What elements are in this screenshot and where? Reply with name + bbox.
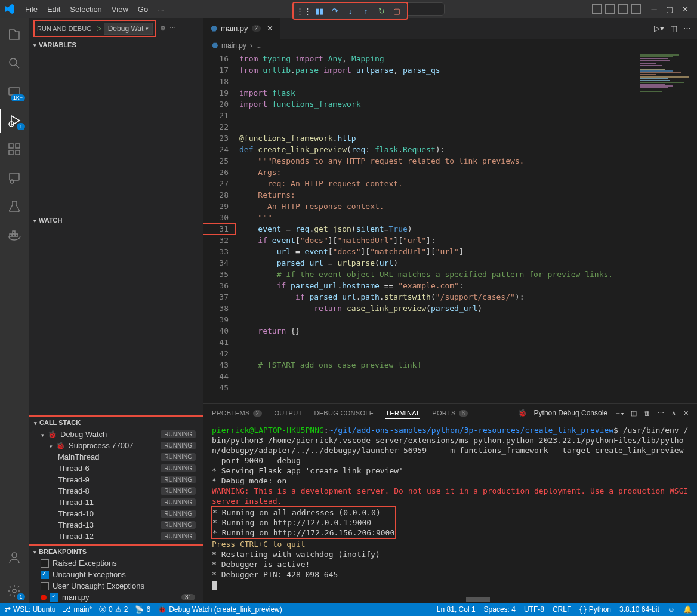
new-terminal-icon[interactable]: ＋▾ [615,409,624,418]
split-icon[interactable]: ◫ [670,24,677,33]
python-file-icon: ⬣ [212,41,218,50]
sb-eol[interactable]: CRLF [553,605,571,614]
bp-user-uncaught[interactable]: User Uncaught Exceptions [29,580,203,592]
tab-problems[interactable]: PROBLEMS2 [212,409,262,417]
menu-view[interactable]: View [107,5,133,14]
variables-header[interactable]: VARIABLES [29,39,203,51]
window-maximize[interactable]: ▢ [662,2,677,16]
step-over-icon[interactable]: ↷ [328,4,341,17]
minimap[interactable] [637,52,697,403]
svg-rect-7 [10,173,19,180]
layout-icon-3[interactable] [618,4,628,14]
sb-language[interactable]: { }Python [579,605,611,614]
drag-handle-icon[interactable]: ⋮⋮ [297,4,310,17]
sb-problems[interactable]: ⓧ0 ⚠2 [99,605,128,615]
start-debug-icon[interactable]: ▷ [97,24,101,32]
sidebar: RUN AND DEBUG ▷ Debug Wat▾ ⚙ ⋯ VARIABLES… [29,18,203,603]
debug-config-dropdown[interactable]: Debug Wat▾ [104,23,153,35]
bug-icon: 🐞 [56,442,65,450]
sb-branch[interactable]: ⎇main* [63,605,92,614]
menu-selection[interactable]: Selection [65,5,106,14]
breadcrumb[interactable]: ⬣ main.py›... [203,39,697,52]
sb-position[interactable]: Ln 81, Col 1 [437,605,476,614]
window-minimize[interactable]: ─ [647,2,661,16]
split-terminal-icon[interactable]: ◫ [631,409,637,417]
callstack-thread[interactable]: Thread-11RUNNING [29,497,203,508]
svg-rect-3 [9,144,13,148]
more-icon[interactable]: ⋯ [169,24,176,32]
explorer-icon[interactable] [0,23,29,47]
step-into-icon[interactable]: ↓ [344,4,357,17]
close-panel-icon[interactable]: ✕ [683,409,689,417]
sb-ports[interactable]: 📡6 [135,605,150,614]
callstack-thread[interactable]: Thread-8RUNNING [29,485,203,497]
window-close[interactable]: ✕ [678,2,692,16]
bp-uncaught[interactable]: Uncaught Exceptions [29,569,203,580]
remote-explorer-icon[interactable]: 1K+ [0,80,29,104]
search-icon[interactable] [0,51,29,75]
sb-bell-icon[interactable]: 🔔 [683,605,692,614]
callstack-subprocess[interactable]: 🐞Subprocess 77007RUNNING [29,440,203,451]
svg-rect-5 [9,150,13,155]
menu-edit[interactable]: Edit [42,5,65,14]
sb-python[interactable]: 3.8.10 64-bit [619,605,659,614]
callstack-thread[interactable]: Thread-6RUNNING [29,463,203,474]
stop-icon[interactable]: ▢ [390,4,403,17]
svg-point-14 [13,589,16,593]
sb-feedback-icon[interactable]: ☺ [668,605,675,614]
run-debug-icon[interactable]: 1 [0,109,29,133]
callstack-thread[interactable]: Thread-9RUNNING [29,474,203,485]
callstack-header[interactable]: CALL STACK [29,417,203,429]
bug-icon: 🐞 [48,430,57,439]
tab-debug-console[interactable]: DEBUG CONSOLE [314,409,374,417]
docker-icon[interactable] [0,223,29,247]
close-icon[interactable]: ✕ [267,24,273,33]
layout-icon-1[interactable] [592,4,602,14]
accounts-icon[interactable] [0,546,29,569]
sb-remote[interactable]: ⇄WSL: Ubuntu [5,605,55,614]
svg-rect-6 [16,150,20,155]
more-icon[interactable]: ⋯ [683,24,691,33]
terminal-body[interactable]: pierrick@LAPTOP-HKU5PNNG:~/git/add-ons-s… [203,423,697,603]
tab-terminal[interactable]: TERMINAL [385,409,420,419]
error-icon: ⓧ [99,605,106,615]
settings-icon[interactable]: 1 [0,579,29,603]
svg-point-13 [12,553,17,558]
callstack-thread[interactable]: Thread-10RUNNING [29,508,203,519]
maximize-panel-icon[interactable]: ∧ [671,409,676,417]
run-icon[interactable]: ▷▾ [654,24,664,33]
layout-icon-2[interactable] [605,4,615,14]
menu-more[interactable]: ··· [153,5,169,14]
menu-go[interactable]: Go [133,5,153,14]
tab-ports[interactable]: PORTS6 [432,409,468,417]
remote-icon[interactable] [0,166,29,190]
terminal-scrollbar[interactable] [466,597,490,602]
terminal-title: Python Debug Console [534,409,607,417]
tab-output[interactable]: OUTPUT [274,409,302,417]
layout-icon-4[interactable] [631,4,641,14]
callstack-thread[interactable]: Thread-12RUNNING [29,531,203,542]
callstack-thread[interactable]: MainThreadRUNNING [29,451,203,463]
code-editor[interactable]: 1617181920212223242526272829303132333435… [203,52,697,403]
sb-debug[interactable]: 🐞Debug Watch (create_link_preview) [158,605,282,614]
tab-main-py[interactable]: ⬣ main.py 2 ✕ [203,18,281,39]
menu-file[interactable]: File [20,5,42,14]
step-out-icon[interactable]: ↑ [359,4,372,17]
status-bar: ⇄WSL: Ubuntu ⎇main* ⓧ0 ⚠2 📡6 🐞Debug Watc… [0,603,697,616]
breakpoints-header[interactable]: BREAKPOINTS [29,546,203,558]
extensions-icon[interactable] [0,137,29,161]
watch-header[interactable]: WATCH [29,212,203,229]
bp-raised[interactable]: Raised Exceptions [29,558,203,569]
restart-icon[interactable]: ↻ [375,4,388,17]
sb-encoding[interactable]: UTF-8 [524,605,544,614]
bp-file[interactable]: main.py31 [29,592,203,603]
callstack-root[interactable]: 🐞Debug WatchRUNNING [29,429,203,440]
kill-terminal-icon[interactable]: 🗑 [644,409,650,417]
sb-spaces[interactable]: Spaces: 4 [484,605,516,614]
gear-icon[interactable]: ⚙ [160,24,166,32]
pause-icon[interactable]: ▮▮ [313,4,326,17]
more-icon[interactable]: ⋯ [658,409,664,417]
callstack-thread[interactable]: Thread-13RUNNING [29,519,203,531]
testing-icon[interactable] [0,195,29,218]
warning-icon: ⚠ [115,605,122,614]
